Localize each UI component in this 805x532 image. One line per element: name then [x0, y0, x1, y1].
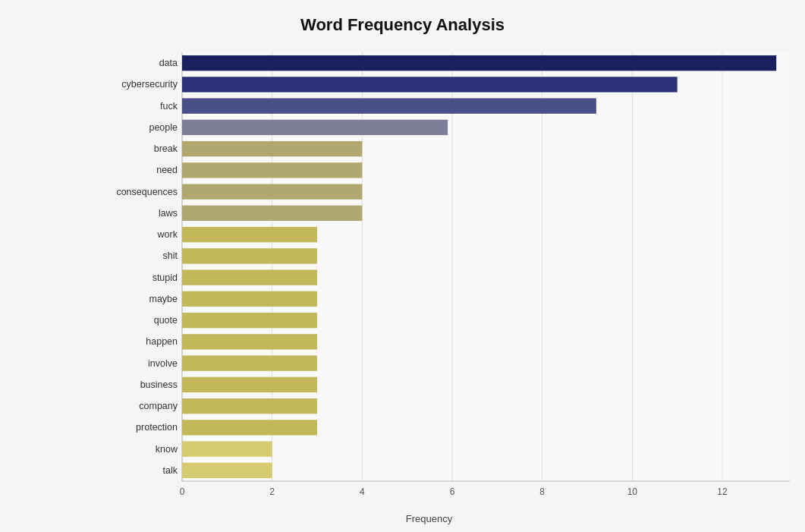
bar-stupid	[182, 269, 317, 285]
bar-label-company: company	[139, 401, 178, 411]
bar-label-talk: talk	[163, 465, 178, 476]
chart-container: Word Frequency Analysis 024681012datacyb…	[0, 0, 805, 532]
bar-chart: 024681012datacybersecurityfuckpeoplebrea…	[99, 49, 805, 512]
bar-company	[182, 398, 317, 414]
bar-cybersecurity	[182, 77, 678, 92]
bar-work	[182, 227, 317, 242]
bar-label-people: people	[149, 122, 178, 133]
svg-text:12: 12	[717, 486, 728, 497]
bar-label-quote: quote	[154, 315, 178, 326]
svg-text:6: 6	[450, 486, 455, 497]
bar-label-business: business	[140, 379, 178, 390]
bar-data	[182, 55, 776, 71]
svg-text:0: 0	[180, 486, 185, 497]
bar-label-involve: involve	[148, 358, 178, 369]
bar-happen	[182, 334, 317, 349]
bar-label-work: work	[157, 229, 178, 240]
chart-title: Word Frequency Analysis	[46, 15, 759, 35]
bar-label-laws: laws	[159, 208, 178, 219]
bar-label-break: break	[154, 143, 178, 154]
bar-talk	[182, 463, 272, 478]
bar-maybe	[182, 291, 317, 307]
bar-label-happen: happen	[146, 336, 178, 347]
bar-laws	[182, 206, 362, 221]
bar-label-maybe: maybe	[149, 294, 178, 304]
svg-text:4: 4	[360, 486, 365, 497]
bar-label-data: data	[159, 58, 178, 68]
bar-consequences	[182, 184, 362, 199]
bar-label-fuck: fuck	[160, 101, 178, 112]
bar-label-shit: shit	[163, 250, 178, 261]
svg-text:2: 2	[269, 486, 275, 497]
bar-shit	[182, 248, 317, 263]
bar-involve	[182, 355, 317, 370]
svg-text:10: 10	[627, 486, 638, 497]
bar-need	[182, 162, 362, 178]
bar-know	[182, 441, 272, 456]
bar-label-consequences: consequences	[116, 187, 178, 197]
bar-business	[182, 377, 317, 392]
bar-break	[182, 141, 362, 156]
bar-people	[182, 120, 448, 135]
svg-text:8: 8	[539, 486, 545, 497]
bar-label-know: know	[156, 444, 178, 455]
bar-label-need: need	[156, 165, 178, 175]
bar-protection	[182, 420, 317, 435]
bar-quote	[182, 313, 317, 328]
svg-rect-0	[182, 52, 790, 481]
bar-label-protection: protection	[136, 422, 178, 433]
x-axis-title: Frequency	[99, 513, 759, 524]
bar-label-stupid: stupid	[153, 272, 178, 283]
bar-fuck	[182, 98, 596, 113]
bar-label-cybersecurity: cybersecurity	[121, 79, 178, 90]
